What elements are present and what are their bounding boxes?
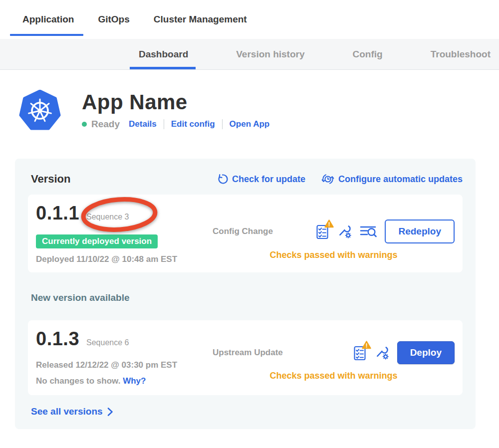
current-version-number: 0.1.1 bbox=[36, 203, 79, 224]
why-link[interactable]: Why? bbox=[123, 376, 146, 386]
redeploy-button[interactable]: Redeploy bbox=[385, 220, 455, 243]
preflight-result-text: Checks passed with warnings bbox=[213, 250, 455, 260]
wrench-gear-icon[interactable] bbox=[337, 224, 352, 239]
current-version-row: 0.1.1 Sequence 3 Currently deployed vers… bbox=[28, 195, 463, 272]
kubernetes-logo bbox=[19, 90, 61, 132]
active-tab-underline bbox=[10, 34, 83, 36]
status-badge: Ready bbox=[91, 119, 120, 130]
configure-auto-updates-button[interactable]: Configure automatic updates bbox=[321, 173, 463, 186]
version-source-label: Upstream Update bbox=[213, 348, 283, 358]
see-all-versions-link[interactable]: See all versions bbox=[31, 406, 463, 417]
tab-dashboard[interactable]: Dashboard bbox=[139, 39, 188, 69]
status-dot-icon bbox=[82, 122, 87, 127]
edit-config-link[interactable]: Edit config bbox=[171, 119, 215, 129]
chevron-right-icon bbox=[107, 407, 113, 417]
new-sequence-label: Sequence 6 bbox=[86, 338, 129, 347]
tab-troubleshoot[interactable]: Troubleshoot bbox=[431, 39, 491, 69]
warning-triangle-icon bbox=[362, 341, 371, 349]
app-header: App Name Ready Details Edit config Open … bbox=[0, 70, 499, 132]
no-changes-text: No changes to show. bbox=[36, 376, 120, 386]
new-version-number: 0.1.3 bbox=[36, 328, 79, 350]
tab-version-history[interactable]: Version history bbox=[236, 39, 304, 69]
tab-config[interactable]: Config bbox=[353, 39, 383, 69]
warning-triangle-icon bbox=[324, 220, 334, 228]
version-source-label: Config Change bbox=[213, 226, 273, 236]
check-for-update-label: Check for update bbox=[232, 174, 305, 185]
version-card-title: Version bbox=[31, 173, 70, 186]
divider bbox=[164, 119, 164, 129]
page-title: App Name bbox=[82, 91, 269, 114]
tab-application[interactable]: Application bbox=[22, 14, 74, 25]
secondary-nav: Dashboard Version history Config Trouble… bbox=[0, 39, 499, 70]
check-for-update-button[interactable]: Check for update bbox=[217, 174, 305, 185]
new-version-heading: New version available bbox=[31, 292, 463, 303]
view-diff-icon[interactable] bbox=[360, 224, 377, 238]
primary-nav: Application GitOps Cluster Management bbox=[0, 0, 499, 39]
configure-auto-updates-label: Configure automatic updates bbox=[338, 174, 463, 185]
wrench-gear-icon[interactable] bbox=[375, 346, 389, 360]
new-version-row: 0.1.3 Sequence 6 Released 12/12/22 @ 03:… bbox=[28, 320, 463, 395]
open-app-link[interactable]: Open App bbox=[230, 119, 270, 129]
current-sequence-label: Sequence 3 bbox=[86, 213, 129, 222]
preflight-checks-icon[interactable] bbox=[316, 224, 329, 239]
divider bbox=[222, 119, 223, 129]
see-all-versions-label: See all versions bbox=[31, 406, 103, 417]
clock-cycle-icon bbox=[321, 173, 334, 186]
tab-cluster-management[interactable]: Cluster Management bbox=[154, 14, 247, 25]
tab-gitops[interactable]: GitOps bbox=[98, 14, 129, 25]
refresh-icon bbox=[217, 174, 228, 185]
currently-deployed-badge: Currently deployed version bbox=[36, 234, 158, 248]
details-link[interactable]: Details bbox=[129, 119, 157, 129]
deployed-timestamp: Deployed 11/10/22 @ 10:48 am EST bbox=[36, 254, 198, 264]
preflight-checks-icon[interactable] bbox=[353, 345, 367, 361]
deploy-button[interactable]: Deploy bbox=[397, 341, 455, 364]
version-card: Version Check for update Configure bbox=[15, 159, 476, 429]
released-timestamp: Released 12/12/22 @ 03:30 pm EST bbox=[36, 360, 198, 370]
preflight-result-text: Checks passed with warnings bbox=[213, 371, 455, 381]
